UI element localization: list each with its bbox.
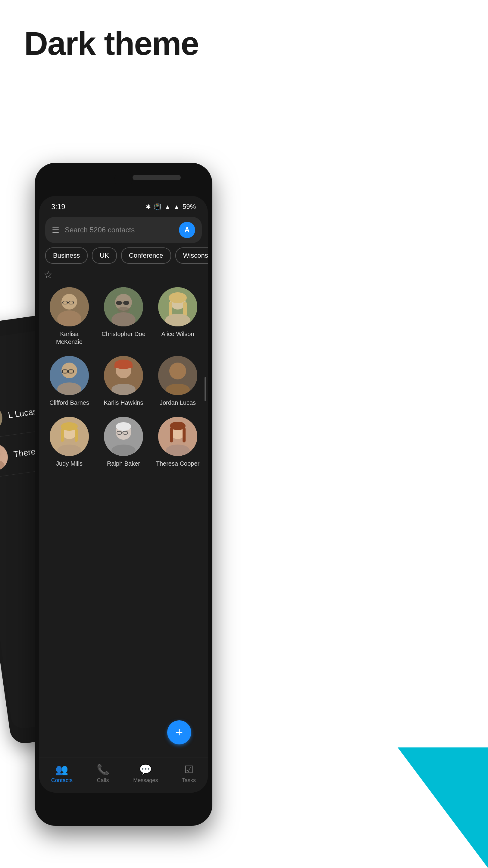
svg-rect-40	[61, 428, 64, 442]
svg-point-35	[169, 363, 186, 379]
svg-point-19	[169, 292, 187, 303]
contact-cell-karlisa[interactable]: Karlisa McKenzie	[44, 284, 95, 349]
nav-contacts[interactable]: 👥 Contacts	[51, 764, 73, 784]
contact-cell-clifford[interactable]: Clifford Barnes	[44, 352, 95, 410]
status-time: 3:19	[51, 203, 65, 211]
calls-nav-label: Calls	[97, 777, 109, 784]
search-bar[interactable]: ☰ Search 5206 contacts A	[45, 217, 202, 243]
messages-nav-icon: 💬	[139, 764, 152, 775]
contacts-grid: Karlisa McKenzie	[44, 284, 203, 471]
contact-avatar-clifford	[50, 356, 89, 395]
contact-avatar-karlis	[104, 356, 143, 395]
contact-avatar-jordan	[158, 356, 197, 395]
scrollbar[interactable]	[204, 377, 206, 401]
bg-avatar-jordan	[0, 403, 4, 434]
phone-speaker	[133, 175, 181, 180]
bottom-nav: 👥 Contacts 📞 Calls 💬 Messages ☑ Tasks	[39, 757, 208, 793]
contact-avatar-judy	[50, 417, 89, 456]
filter-chip-uk[interactable]: UK	[92, 247, 117, 264]
svg-rect-21	[183, 302, 187, 317]
wifi-icon: ▲	[164, 204, 170, 210]
filter-chip-wisconsin[interactable]: Wisconsin	[175, 247, 208, 264]
calls-nav-icon: 📞	[97, 764, 109, 775]
nav-calls[interactable]: 📞 Calls	[97, 764, 109, 784]
svg-point-28	[57, 382, 82, 395]
svg-point-45	[116, 422, 131, 431]
svg-rect-41	[75, 428, 78, 442]
status-bar: 3:19 ✱ 📳 ▲ ▲ 59%	[39, 196, 208, 214]
contacts-area: Karlisa McKenzie	[39, 281, 208, 474]
contact-name-karlis: Karlis Hawkins	[104, 399, 143, 407]
contact-avatar-ralph	[104, 417, 143, 456]
tasks-nav-label: Tasks	[182, 777, 196, 784]
battery-level: 59%	[183, 203, 196, 211]
contacts-nav-icon: 👥	[56, 764, 68, 775]
contact-cell-theresa[interactable]: Theresa Cooper	[152, 413, 203, 471]
contact-name-judy: Judy Mills	[56, 460, 83, 467]
filter-chips: Business UK Conference Wisconsin 2C	[39, 247, 208, 269]
filter-chip-business[interactable]: Business	[45, 247, 88, 264]
user-avatar-button[interactable]: A	[179, 222, 195, 238]
contact-name-theresa: Theresa Cooper	[156, 460, 200, 467]
svg-rect-54	[183, 427, 186, 442]
svg-point-24	[61, 363, 77, 378]
svg-rect-20	[169, 302, 172, 317]
signal-icon: ▲	[173, 204, 180, 210]
messages-nav-label: Messages	[133, 777, 158, 784]
contact-name-jordan: Jordan Lucas	[160, 399, 196, 407]
contact-cell-alice[interactable]: Alice Wilson	[152, 284, 203, 349]
vibrate-icon: 📳	[154, 203, 161, 210]
contact-avatar-karlisa	[50, 287, 89, 327]
star-icon[interactable]: ☆	[44, 269, 53, 281]
contact-cell-christopher[interactable]: Christopher Doe	[98, 284, 149, 349]
contact-cell-judy[interactable]: Judy Mills	[44, 413, 95, 471]
main-phone: 3:19 ✱ 📳 ▲ ▲ 59% ☰ Search 5206 contacts …	[35, 163, 213, 826]
search-placeholder: Search 5206 contacts	[65, 226, 179, 234]
contact-avatar-alice	[158, 287, 197, 327]
phone-screen: 3:19 ✱ 📳 ▲ ▲ 59% ☰ Search 5206 contacts …	[39, 196, 208, 793]
tasks-nav-icon: ☑	[184, 764, 193, 775]
contact-name-christopher: Christopher Doe	[101, 330, 145, 338]
contact-avatar-christopher	[104, 287, 143, 327]
svg-rect-13	[123, 301, 129, 305]
fab-add-contact[interactable]: +	[167, 720, 191, 744]
contact-name-ralph: Ralph Baker	[107, 460, 140, 467]
filter-chip-conference[interactable]: Conference	[121, 247, 171, 264]
contact-name-alice: Alice Wilson	[161, 330, 194, 338]
contacts-nav-label: Contacts	[51, 777, 73, 784]
contact-cell-jordan[interactable]: Jordan Lucas	[152, 352, 203, 410]
svg-rect-53	[170, 427, 173, 442]
phone-camera	[115, 170, 133, 188]
nav-messages[interactable]: 💬 Messages	[133, 764, 158, 784]
nav-tasks[interactable]: ☑ Tasks	[182, 764, 196, 784]
svg-rect-32	[115, 364, 133, 368]
contact-name-clifford: Clifford Barnes	[50, 399, 89, 407]
status-icons: ✱ 📳 ▲ ▲ 59%	[146, 203, 196, 211]
teal-decoration	[398, 747, 488, 868]
contact-cell-ralph[interactable]: Ralph Baker	[98, 413, 149, 471]
hamburger-icon[interactable]: ☰	[52, 225, 59, 235]
svg-point-15	[118, 307, 130, 313]
bg-contact-name-lucas: L Lucas	[7, 407, 38, 420]
svg-rect-12	[116, 301, 122, 305]
bluetooth-icon: ✱	[146, 203, 151, 210]
svg-point-3	[0, 459, 5, 472]
svg-point-2	[0, 447, 1, 462]
contact-avatar-theresa	[158, 417, 197, 456]
svg-point-22	[165, 314, 190, 327]
contact-cell-karlis[interactable]: Karlis Hawkins	[98, 352, 149, 410]
page-title: Dark theme	[24, 24, 198, 62]
bg-avatar-theresa	[0, 442, 10, 472]
contact-name-karlisa: Karlisa McKenzie	[46, 330, 93, 346]
